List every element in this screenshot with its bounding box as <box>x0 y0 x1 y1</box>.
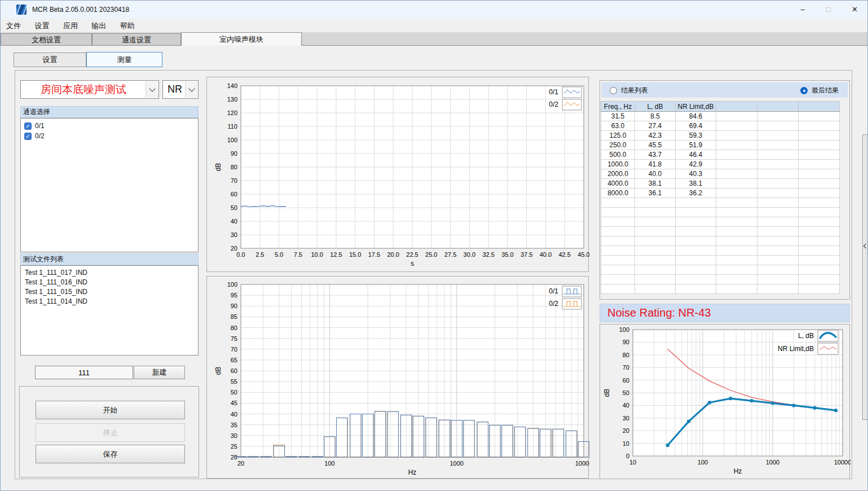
table-cell <box>601 284 635 294</box>
table-cell: 36.1 <box>635 188 676 198</box>
results-table: Freq., HzL, dBNR Limit,dB 31.58.584.663.… <box>601 101 840 294</box>
table-cell <box>799 112 840 121</box>
svg-text:12.5: 12.5 <box>330 251 342 258</box>
table-cell <box>757 284 799 294</box>
table-cell <box>676 236 716 246</box>
file-name-input[interactable] <box>35 366 133 379</box>
save-button[interactable]: 保存 <box>36 445 185 463</box>
table-cell <box>676 265 716 275</box>
svg-text:22.5: 22.5 <box>406 251 418 258</box>
results-table-body: 31.58.584.663.027.469.4125.042.359.3250.… <box>601 112 840 294</box>
svg-text:dB: dB <box>214 163 222 172</box>
combo-dropdown-button[interactable] <box>146 81 158 98</box>
combo-dropdown-button[interactable] <box>185 81 197 98</box>
menu-item-settings[interactable]: 设置 <box>29 19 55 33</box>
close-button[interactable]: ✕ <box>841 1 868 19</box>
table-cell: 250.0 <box>601 141 635 150</box>
table-cell <box>716 217 757 227</box>
svg-text:110: 110 <box>227 123 237 130</box>
collapse-panel-button[interactable] <box>862 134 868 420</box>
svg-text:dB: dB <box>214 367 222 375</box>
results-mode-bar: 结果列表 最后结果 <box>602 82 848 98</box>
table-row: 2000.040.040.3 <box>601 169 840 179</box>
svg-text:NR Limit,dB: NR Limit,dB <box>778 345 814 353</box>
channel-item[interactable]: ✓0/1 <box>21 121 198 131</box>
channel-list[interactable]: ✓0/1✓0/2 <box>20 118 199 252</box>
test-file-list[interactable]: Test 1_111_017_INDTest 1_111_016_INDTest… <box>20 265 199 356</box>
svg-text:100: 100 <box>227 137 237 143</box>
tab-room-noise-module[interactable]: 室内噪声模块 <box>181 32 302 46</box>
table-cell <box>635 256 676 265</box>
tab-document-settings[interactable]: 文档设置 <box>1 33 92 45</box>
table-cell <box>676 246 716 256</box>
table-row <box>601 284 840 294</box>
menu-item-apply[interactable]: 应用 <box>58 19 83 33</box>
table-cell <box>799 275 840 284</box>
table-cell <box>716 284 757 294</box>
svg-text:0/2: 0/2 <box>549 100 558 108</box>
channel-select-header: 通道选择 <box>20 106 199 118</box>
table-cell <box>601 208 635 217</box>
radio-last-result[interactable]: 最后结果 <box>800 86 839 95</box>
svg-text:20: 20 <box>623 427 629 434</box>
test-file-item[interactable]: Test 1_111_017_IND <box>21 268 198 278</box>
svg-text:15.0: 15.0 <box>349 251 361 258</box>
svg-text:55: 55 <box>231 378 237 385</box>
svg-text:32.5: 32.5 <box>482 251 494 258</box>
test-file-item[interactable]: Test 1_111_015_IND <box>21 287 198 297</box>
table-cell <box>601 227 635 236</box>
svg-text:17.5: 17.5 <box>368 251 380 258</box>
table-header-cell: NR Limit,dB <box>676 102 716 112</box>
tab-channel-settings[interactable]: 通道设置 <box>92 33 181 45</box>
menu-item-help[interactable]: 帮助 <box>114 19 140 33</box>
svg-text:10000: 10000 <box>834 459 851 466</box>
table-row: 31.58.584.6 <box>601 112 840 121</box>
table-cell <box>676 208 716 217</box>
tab-measure[interactable]: 测量 <box>86 52 162 67</box>
table-cell: 1000.0 <box>601 160 635 169</box>
table-cell <box>716 198 757 208</box>
svg-text:30: 30 <box>623 415 629 422</box>
table-cell <box>757 265 799 275</box>
menu-item-output[interactable]: 输出 <box>86 19 112 33</box>
table-cell <box>799 198 840 208</box>
minimize-button[interactable]: – <box>790 1 816 19</box>
table-row: 500.043.746.4 <box>601 150 840 160</box>
rating-type-combobox[interactable]: NR <box>162 80 199 99</box>
svg-text:100: 100 <box>619 326 629 333</box>
test-type-combobox[interactable]: 房间本底噪声测试 <box>20 80 159 99</box>
table-cell <box>799 265 840 275</box>
svg-text:60: 60 <box>231 367 237 374</box>
tab-setup[interactable]: 设置 <box>14 52 86 67</box>
table-header-cell: Freq., Hz <box>601 102 635 112</box>
test-file-item[interactable]: Test 1_111_014_IND <box>21 297 198 306</box>
start-button[interactable]: 开始 <box>36 401 185 419</box>
table-cell <box>799 160 840 169</box>
radio-last-result-label: 最后结果 <box>812 86 839 95</box>
channel-item[interactable]: ✓0/2 <box>21 131 198 141</box>
table-cell <box>716 169 757 179</box>
checkbox-checked-icon[interactable]: ✓ <box>24 133 32 140</box>
maximize-button[interactable]: □ <box>816 1 841 19</box>
new-button[interactable]: 新建 <box>134 366 185 379</box>
table-cell <box>757 121 799 131</box>
table-row <box>601 208 840 217</box>
chevron-down-icon <box>149 85 155 91</box>
test-file-item[interactable]: Test 1_111_016_IND <box>21 278 198 287</box>
svg-text:90: 90 <box>231 303 237 309</box>
table-cell: 63.0 <box>601 121 635 131</box>
svg-text:Hz: Hz <box>408 468 417 476</box>
table-row <box>601 275 840 284</box>
svg-text:2.5: 2.5 <box>255 251 264 258</box>
main-tab-strip: 文档设置 通道设置 室内噪声模块 <box>1 32 867 46</box>
table-cell <box>635 198 676 208</box>
svg-text:50: 50 <box>231 389 237 396</box>
table-cell <box>799 188 840 198</box>
radio-selected-icon[interactable] <box>800 87 808 94</box>
radio-icon[interactable] <box>610 87 617 94</box>
checkbox-checked-icon[interactable]: ✓ <box>24 122 32 130</box>
svg-text:27.5: 27.5 <box>444 251 456 258</box>
menu-item-file[interactable]: 文件 <box>1 19 27 33</box>
radio-results-list[interactable]: 结果列表 <box>610 86 648 95</box>
table-header-cell <box>716 102 757 112</box>
